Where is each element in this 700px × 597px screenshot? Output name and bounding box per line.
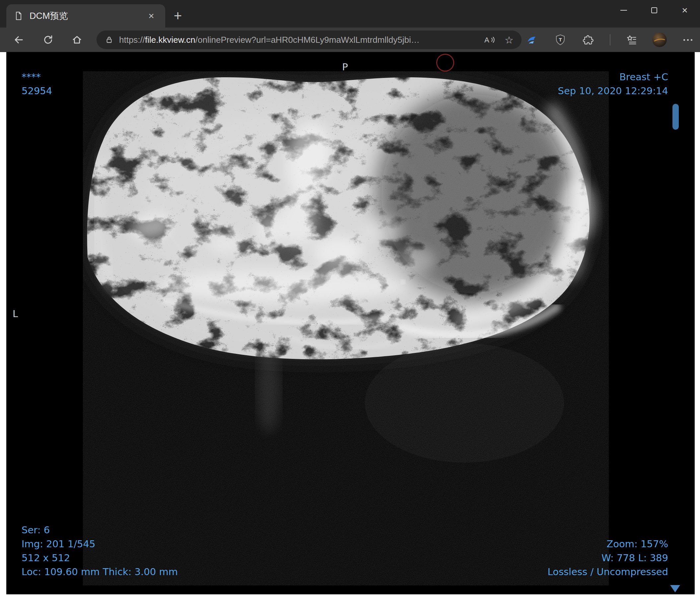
patient-id-masked: **** bbox=[22, 70, 52, 84]
matrix-size: 512 x 512 bbox=[22, 551, 178, 565]
orientation-marker-left: L bbox=[12, 308, 18, 319]
display-info-overlay: Zoom: 157% W: 778 L: 389 Lossless / Unco… bbox=[548, 537, 668, 579]
tab-title: DCM预览 bbox=[29, 10, 145, 22]
patient-info-overlay: **** 52954 bbox=[22, 70, 52, 98]
favorites-hub-button[interactable] bbox=[624, 32, 639, 47]
slice-location-thickness: Loc: 109.60 mm Thick: 3.00 mm bbox=[22, 565, 178, 579]
image-number: Img: 201 1/545 bbox=[22, 537, 178, 551]
patient-number: 52954 bbox=[22, 84, 52, 98]
close-icon: × bbox=[682, 5, 688, 16]
read-aloud-button[interactable]: A bbox=[484, 35, 495, 45]
window-controls: × bbox=[608, 0, 700, 21]
close-button[interactable]: × bbox=[670, 0, 700, 21]
lock-icon[interactable] bbox=[104, 35, 114, 45]
read-aloud-icon: A bbox=[484, 35, 495, 45]
series-info-overlay: Ser: 6 Img: 201 1/545 512 x 512 Loc: 109… bbox=[22, 523, 178, 579]
mri-image bbox=[83, 71, 609, 586]
address-bar[interactable]: https://file.kkview.cn/onlinePreview?url… bbox=[97, 30, 522, 49]
extension-blue-icon bbox=[526, 34, 538, 46]
svg-text:A: A bbox=[484, 36, 489, 44]
url-domain: file.kkview.cn bbox=[145, 35, 195, 45]
study-description: Breast +C bbox=[558, 70, 668, 84]
star-icon: ☆ bbox=[505, 34, 514, 46]
study-datetime: Sep 10, 2020 12:29:14 bbox=[558, 84, 668, 98]
stack-scrollbar-thumb[interactable] bbox=[672, 104, 679, 130]
puzzle-icon bbox=[583, 34, 595, 46]
back-button[interactable] bbox=[11, 32, 26, 47]
window-level: W: 778 L: 389 bbox=[548, 551, 668, 565]
avatar-image bbox=[652, 32, 667, 47]
minimize-icon bbox=[620, 10, 627, 10]
browser-toolbar: https://file.kkview.cn/onlinePreview?url… bbox=[0, 28, 700, 52]
refresh-button[interactable] bbox=[41, 32, 55, 47]
url-path: /onlinePreview?url=aHR0cHM6Ly9maWxlLmtrd… bbox=[195, 35, 420, 45]
back-arrow-icon bbox=[13, 34, 24, 46]
maximize-button[interactable] bbox=[639, 0, 670, 21]
extension-shield-button[interactable]: T bbox=[553, 32, 568, 47]
dicom-canvas[interactable]: **** 52954 Breast +C Sep 10, 2020 12:29:… bbox=[6, 52, 695, 594]
favorites-hub-icon bbox=[625, 34, 637, 46]
document-icon bbox=[14, 11, 24, 21]
settings-menu-button[interactable] bbox=[680, 32, 695, 47]
series-number: Ser: 6 bbox=[22, 523, 178, 537]
svg-text:T: T bbox=[559, 37, 562, 43]
new-tab-button[interactable]: + bbox=[170, 8, 186, 24]
tab-close-icon[interactable]: × bbox=[145, 9, 158, 23]
minimize-button[interactable] bbox=[608, 0, 639, 21]
profile-avatar[interactable] bbox=[652, 32, 667, 47]
maximize-icon bbox=[651, 7, 657, 13]
home-button[interactable] bbox=[70, 32, 84, 47]
shield-t-icon: T bbox=[554, 34, 566, 46]
extensions-menu-button[interactable] bbox=[581, 32, 597, 47]
url-protocol: https:// bbox=[119, 35, 145, 45]
settings-menu-icon bbox=[683, 39, 692, 41]
study-info-overlay: Breast +C Sep 10, 2020 12:29:14 bbox=[558, 70, 668, 98]
compression-info: Lossless / Uncompressed bbox=[548, 565, 668, 579]
zoom-level: Zoom: 157% bbox=[548, 537, 668, 551]
home-icon bbox=[71, 34, 83, 46]
tab-strip: DCM预览 × + × bbox=[0, 0, 700, 28]
stack-scroll-down-icon[interactable] bbox=[670, 585, 680, 592]
annotation-circle bbox=[436, 54, 454, 72]
toolbar-extension-area: T bbox=[524, 31, 695, 48]
toolbar-divider bbox=[610, 34, 610, 46]
extension-blue-button[interactable] bbox=[524, 32, 540, 47]
tab-dcm-preview[interactable]: DCM预览 × bbox=[6, 4, 165, 28]
orientation-marker-posterior: P bbox=[339, 61, 352, 73]
refresh-icon bbox=[43, 34, 54, 46]
favorite-star-button[interactable]: ☆ bbox=[505, 34, 514, 46]
url-text: https://file.kkview.cn/onlinePreview?url… bbox=[119, 35, 475, 45]
